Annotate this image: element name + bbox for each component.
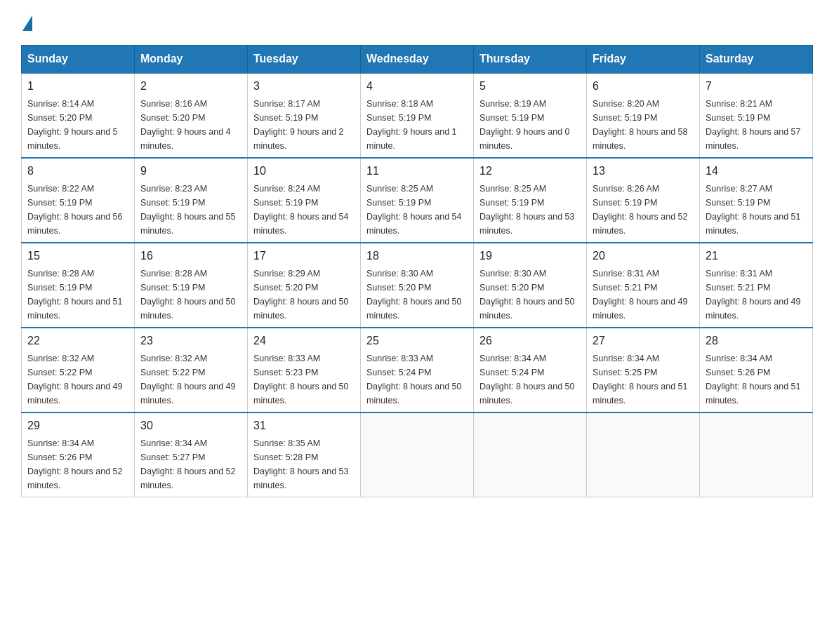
day-info: Sunrise: 8:31 AMSunset: 5:21 PMDaylight:…	[593, 267, 694, 323]
day-info: Sunrise: 8:19 AMSunset: 5:19 PMDaylight:…	[479, 97, 581, 153]
day-info: Sunrise: 8:30 AMSunset: 5:20 PMDaylight:…	[479, 267, 581, 323]
calendar-cell: 9Sunrise: 8:23 AMSunset: 5:19 PMDaylight…	[135, 158, 248, 243]
day-info: Sunrise: 8:34 AMSunset: 5:27 PMDaylight:…	[140, 436, 241, 492]
day-info: Sunrise: 8:34 AMSunset: 5:26 PMDaylight:…	[706, 351, 807, 408]
calendar-header-thursday: Thursday	[474, 46, 587, 74]
day-number: 31	[253, 417, 355, 434]
calendar-cell	[361, 412, 474, 497]
day-number: 13	[593, 163, 694, 180]
day-info: Sunrise: 8:22 AMSunset: 5:19 PMDaylight:…	[27, 182, 128, 238]
week-row-2: 8Sunrise: 8:22 AMSunset: 5:19 PMDaylight…	[22, 158, 813, 243]
calendar-cell: 16Sunrise: 8:28 AMSunset: 5:19 PMDayligh…	[135, 243, 248, 328]
calendar-cell	[474, 412, 587, 497]
calendar-cell: 26Sunrise: 8:34 AMSunset: 5:24 PMDayligh…	[474, 328, 587, 412]
week-row-4: 22Sunrise: 8:32 AMSunset: 5:22 PMDayligh…	[22, 328, 813, 412]
day-number: 9	[140, 163, 241, 180]
day-number: 1	[27, 78, 128, 95]
day-info: Sunrise: 8:23 AMSunset: 5:19 PMDaylight:…	[140, 182, 241, 238]
day-info: Sunrise: 8:17 AMSunset: 5:19 PMDaylight:…	[253, 97, 355, 153]
day-info: Sunrise: 8:26 AMSunset: 5:19 PMDaylight:…	[593, 182, 694, 238]
day-number: 15	[27, 248, 128, 264]
calendar-cell: 20Sunrise: 8:31 AMSunset: 5:21 PMDayligh…	[587, 243, 700, 328]
day-number: 14	[706, 163, 807, 180]
day-info: Sunrise: 8:21 AMSunset: 5:19 PMDaylight:…	[706, 97, 807, 153]
calendar-cell	[700, 412, 813, 497]
day-number: 21	[706, 248, 807, 264]
day-info: Sunrise: 8:18 AMSunset: 5:19 PMDaylight:…	[366, 97, 468, 153]
week-row-3: 15Sunrise: 8:28 AMSunset: 5:19 PMDayligh…	[22, 243, 813, 328]
day-number: 27	[593, 333, 694, 349]
day-number: 12	[479, 163, 581, 180]
day-number: 11	[366, 163, 468, 180]
day-info: Sunrise: 8:27 AMSunset: 5:19 PMDaylight:…	[706, 182, 807, 238]
calendar-header-monday: Monday	[135, 46, 248, 74]
day-info: Sunrise: 8:30 AMSunset: 5:20 PMDaylight:…	[366, 267, 468, 323]
calendar-table: SundayMondayTuesdayWednesdayThursdayFrid…	[21, 45, 813, 497]
calendar-cell: 31Sunrise: 8:35 AMSunset: 5:28 PMDayligh…	[248, 412, 361, 497]
calendar-cell: 17Sunrise: 8:29 AMSunset: 5:20 PMDayligh…	[248, 243, 361, 328]
day-number: 23	[140, 333, 241, 349]
calendar-cell: 6Sunrise: 8:20 AMSunset: 5:19 PMDaylight…	[587, 73, 700, 158]
day-info: Sunrise: 8:24 AMSunset: 5:19 PMDaylight:…	[253, 182, 355, 238]
day-number: 22	[27, 333, 128, 349]
day-number: 19	[479, 248, 581, 264]
day-info: Sunrise: 8:35 AMSunset: 5:28 PMDaylight:…	[253, 436, 355, 492]
day-info: Sunrise: 8:32 AMSunset: 5:22 PMDaylight:…	[140, 351, 241, 408]
day-number: 2	[140, 78, 241, 95]
calendar-cell: 23Sunrise: 8:32 AMSunset: 5:22 PMDayligh…	[135, 328, 248, 412]
week-row-1: 1Sunrise: 8:14 AMSunset: 5:20 PMDaylight…	[22, 73, 813, 158]
calendar-cell: 15Sunrise: 8:28 AMSunset: 5:19 PMDayligh…	[22, 243, 135, 328]
day-info: Sunrise: 8:28 AMSunset: 5:19 PMDaylight:…	[27, 267, 128, 323]
day-number: 4	[366, 78, 468, 95]
calendar-header-friday: Friday	[587, 46, 700, 74]
day-info: Sunrise: 8:28 AMSunset: 5:19 PMDaylight:…	[140, 267, 241, 323]
calendar-cell: 19Sunrise: 8:30 AMSunset: 5:20 PMDayligh…	[474, 243, 587, 328]
day-info: Sunrise: 8:25 AMSunset: 5:19 PMDaylight:…	[479, 182, 581, 238]
day-number: 18	[366, 248, 468, 264]
day-number: 26	[479, 333, 581, 349]
day-info: Sunrise: 8:34 AMSunset: 5:24 PMDaylight:…	[479, 351, 581, 408]
day-number: 5	[479, 78, 581, 95]
logo-triangle-icon	[22, 15, 32, 31]
day-info: Sunrise: 8:14 AMSunset: 5:20 PMDaylight:…	[27, 97, 128, 153]
day-info: Sunrise: 8:29 AMSunset: 5:20 PMDaylight:…	[253, 267, 355, 323]
calendar-header-saturday: Saturday	[700, 46, 813, 74]
calendar-cell: 8Sunrise: 8:22 AMSunset: 5:19 PMDaylight…	[22, 158, 135, 243]
calendar-cell: 18Sunrise: 8:30 AMSunset: 5:20 PMDayligh…	[361, 243, 474, 328]
calendar-cell: 12Sunrise: 8:25 AMSunset: 5:19 PMDayligh…	[474, 158, 587, 243]
day-info: Sunrise: 8:34 AMSunset: 5:26 PMDaylight:…	[27, 436, 128, 492]
day-number: 16	[140, 248, 241, 264]
day-number: 20	[593, 248, 694, 264]
day-number: 17	[253, 248, 355, 264]
calendar-cell: 4Sunrise: 8:18 AMSunset: 5:19 PMDaylight…	[361, 73, 474, 158]
calendar-header-tuesday: Tuesday	[248, 46, 361, 74]
calendar-cell: 1Sunrise: 8:14 AMSunset: 5:20 PMDaylight…	[22, 73, 135, 158]
calendar-cell: 5Sunrise: 8:19 AMSunset: 5:19 PMDaylight…	[474, 73, 587, 158]
day-number: 6	[593, 78, 694, 95]
calendar-cell: 22Sunrise: 8:32 AMSunset: 5:22 PMDayligh…	[22, 328, 135, 412]
day-number: 29	[27, 417, 128, 434]
calendar-cell: 13Sunrise: 8:26 AMSunset: 5:19 PMDayligh…	[587, 158, 700, 243]
day-number: 3	[253, 78, 355, 95]
logo	[21, 14, 32, 31]
day-info: Sunrise: 8:32 AMSunset: 5:22 PMDaylight:…	[27, 351, 128, 408]
day-info: Sunrise: 8:31 AMSunset: 5:21 PMDaylight:…	[706, 267, 807, 323]
calendar-cell: 29Sunrise: 8:34 AMSunset: 5:26 PMDayligh…	[22, 412, 135, 497]
day-info: Sunrise: 8:16 AMSunset: 5:20 PMDaylight:…	[140, 97, 241, 153]
day-info: Sunrise: 8:25 AMSunset: 5:19 PMDaylight:…	[366, 182, 468, 238]
day-info: Sunrise: 8:34 AMSunset: 5:25 PMDaylight:…	[593, 351, 694, 408]
calendar-cell: 10Sunrise: 8:24 AMSunset: 5:19 PMDayligh…	[248, 158, 361, 243]
calendar-cell: 14Sunrise: 8:27 AMSunset: 5:19 PMDayligh…	[700, 158, 813, 243]
day-number: 8	[27, 163, 128, 180]
day-info: Sunrise: 8:20 AMSunset: 5:19 PMDaylight:…	[593, 97, 694, 153]
calendar-cell: 24Sunrise: 8:33 AMSunset: 5:23 PMDayligh…	[248, 328, 361, 412]
calendar-cell: 25Sunrise: 8:33 AMSunset: 5:24 PMDayligh…	[361, 328, 474, 412]
calendar-cell: 3Sunrise: 8:17 AMSunset: 5:19 PMDaylight…	[248, 73, 361, 158]
calendar-header-row: SundayMondayTuesdayWednesdayThursdayFrid…	[22, 46, 813, 74]
calendar-cell	[587, 412, 700, 497]
calendar-cell: 28Sunrise: 8:34 AMSunset: 5:26 PMDayligh…	[700, 328, 813, 412]
day-number: 28	[706, 333, 807, 349]
calendar-header-wednesday: Wednesday	[361, 46, 474, 74]
calendar-cell: 27Sunrise: 8:34 AMSunset: 5:25 PMDayligh…	[587, 328, 700, 412]
page-header	[21, 14, 813, 31]
